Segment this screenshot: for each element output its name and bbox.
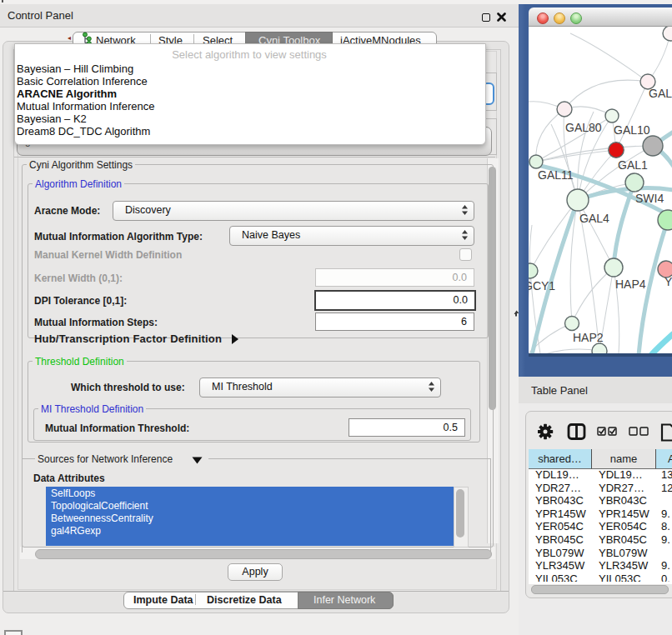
svg-text:GAL10: GAL10 [614,123,650,137]
svg-text:HAP2: HAP2 [573,331,604,344]
svg-text:GAL4: GAL4 [579,212,609,225]
svg-text:GAL80: GAL80 [565,121,602,134]
svg-text:SWI4: SWI4 [635,192,664,205]
svg-text:GAL1: GAL1 [618,158,648,172]
svg-text:Y: Y [664,275,672,288]
svg-text:GCY1: GCY1 [529,279,555,292]
svg-text:HAP4: HAP4 [615,278,646,291]
svg-text:GAL7: GAL7 [649,87,672,100]
svg-text:GAL11: GAL11 [538,168,574,182]
